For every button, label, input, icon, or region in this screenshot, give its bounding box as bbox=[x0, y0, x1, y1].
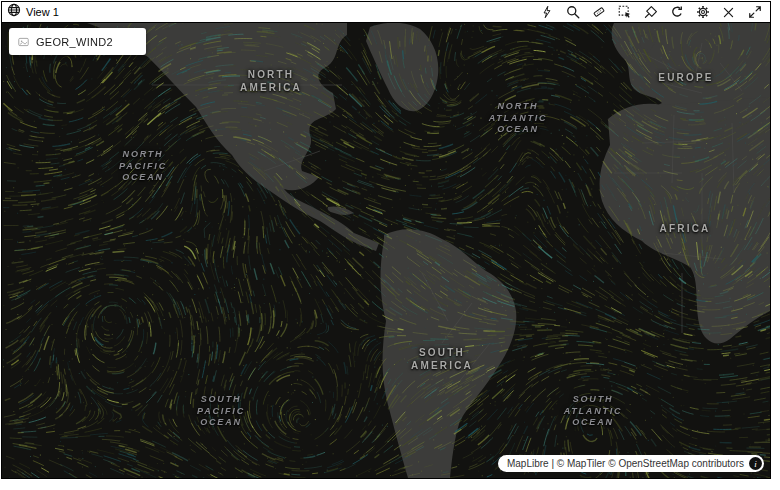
view-title: View 1 bbox=[26, 6, 59, 18]
eraser-tool-button[interactable] bbox=[643, 5, 658, 20]
window-header: View 1 bbox=[2, 2, 770, 23]
toolbar bbox=[539, 5, 765, 20]
close-icon bbox=[722, 6, 735, 19]
info-icon: i bbox=[754, 459, 757, 469]
close-button[interactable] bbox=[721, 5, 736, 20]
ruler-icon bbox=[592, 5, 606, 19]
lightning-icon bbox=[540, 5, 553, 19]
layer-icon bbox=[18, 33, 29, 51]
search-tool-button[interactable] bbox=[565, 5, 580, 20]
eraser-icon bbox=[644, 5, 658, 19]
wind-streamlines-canvas bbox=[2, 23, 770, 478]
fullscreen-button[interactable] bbox=[747, 5, 762, 20]
map-view-window: View 1 bbox=[1, 1, 771, 479]
layer-item-label: GEOR_WIND2 bbox=[36, 36, 113, 48]
refresh-tool-button[interactable] bbox=[669, 5, 684, 20]
expand-icon bbox=[748, 5, 762, 19]
gear-icon bbox=[696, 5, 710, 19]
attribution-info-button[interactable]: i bbox=[749, 457, 762, 470]
map-attribution: MapLibre | © MapTiler © OpenStreetMap co… bbox=[498, 455, 764, 472]
flash-tool-button[interactable] bbox=[539, 5, 554, 20]
map-viewport[interactable]: NORTH AMERICAEUROPEAFRICASOUTH AMERICANO… bbox=[2, 23, 770, 478]
attribution-text: MapLibre | © MapTiler © OpenStreetMap co… bbox=[507, 458, 744, 469]
search-icon bbox=[566, 5, 580, 19]
layer-item-geor-wind2[interactable]: GEOR_WIND2 bbox=[9, 28, 146, 55]
layers-panel: GEOR_WIND2 bbox=[9, 28, 146, 55]
globe-icon bbox=[7, 3, 21, 21]
refresh-icon bbox=[670, 5, 684, 19]
measure-tool-button[interactable] bbox=[591, 5, 606, 20]
settings-tool-button[interactable] bbox=[695, 5, 710, 20]
box-select-icon bbox=[618, 5, 632, 19]
box-select-tool-button[interactable] bbox=[617, 5, 632, 20]
